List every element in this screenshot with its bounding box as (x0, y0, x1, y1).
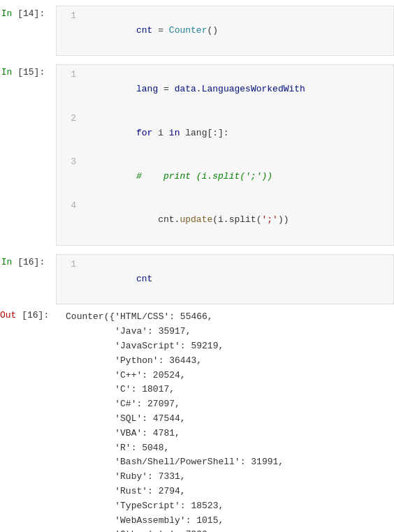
output-line: 'VBA': 4781, (66, 427, 388, 441)
code-line: 2 for i in lang[:]: (62, 112, 388, 155)
line-number: 4 (62, 199, 76, 214)
output-line: 'TypeScript': 18523, (66, 499, 388, 514)
code-text: lang = data.LanguagesWorkedWith (82, 68, 305, 111)
cell-15: In [15]: 1 lang = data.LanguagesWorkedWi… (0, 64, 394, 246)
code-text: cnt (82, 258, 152, 301)
notebook: In [14]: 1 cnt = Counter() In [15]: 1 la… (0, 0, 394, 532)
code-text: cnt.update(i.split(';')) (82, 199, 289, 242)
output-line: 'SQL': 47544, (66, 412, 388, 427)
cell-16-out-content: Counter({'HTML/CSS': 55466, 'Java': 3591… (60, 307, 394, 532)
line-number: 1 (62, 9, 76, 24)
output-line: Counter({'HTML/CSS': 55466, (66, 310, 388, 325)
cell-16: In [16]: 1 cnt (0, 254, 394, 304)
code-line: 1 cnt = Counter() (62, 9, 388, 52)
line-number: 3 (62, 155, 76, 170)
output-line: 'C': 18017, (66, 383, 388, 397)
cell-16-label: In [16]: (0, 254, 56, 267)
line-number: 1 (62, 258, 76, 272)
code-line: 1 cnt (62, 258, 388, 301)
output-line: 'Bash/Shell/PowerShell': 31991, (66, 455, 388, 470)
line-number: 2 (62, 112, 76, 126)
cell-14-label: In [14]: (0, 6, 56, 19)
code-text: for i in lang[:]: (82, 112, 229, 155)
output-line: 'C++': 20524, (66, 369, 388, 383)
code-line: 3 # print (i.split(';')) (62, 155, 388, 198)
output-line: 'R': 5048, (66, 441, 388, 456)
cell-14-content[interactable]: 1 cnt = Counter() (56, 6, 394, 56)
code-text: cnt = Counter() (82, 9, 218, 52)
cell-16-out-label: Out [16]: (0, 307, 60, 320)
line-number: 1 (62, 68, 76, 82)
output-line: 'Java': 35917, (66, 325, 388, 339)
output-line: 'WebAssembly': 1015, (66, 514, 388, 529)
output-line: 'Python': 36443, (66, 354, 388, 369)
cell-14: In [14]: 1 cnt = Counter() (0, 6, 394, 56)
cell-16-content[interactable]: 1 cnt (56, 254, 394, 304)
output-line: 'JavaScript': 59219, (66, 339, 388, 354)
cell-15-label: In [15]: (0, 64, 56, 77)
code-text: # print (i.split(';')) (82, 155, 272, 198)
code-line: 4 cnt.update(i.split(';')) (62, 199, 388, 242)
output-line: 'Other(s):': 7920, (66, 528, 388, 532)
code-line: 1 lang = data.LanguagesWorkedWith (62, 68, 388, 111)
output-line: 'C#': 27097, (66, 397, 388, 412)
output-line: 'Rust': 2794, (66, 485, 388, 499)
cell-16-output: Out [16]: Counter({'HTML/CSS': 55466, 'J… (0, 307, 394, 532)
cell-15-content[interactable]: 1 lang = data.LanguagesWorkedWith 2 for … (56, 64, 394, 246)
output-line: 'Ruby': 7331, (66, 470, 388, 485)
